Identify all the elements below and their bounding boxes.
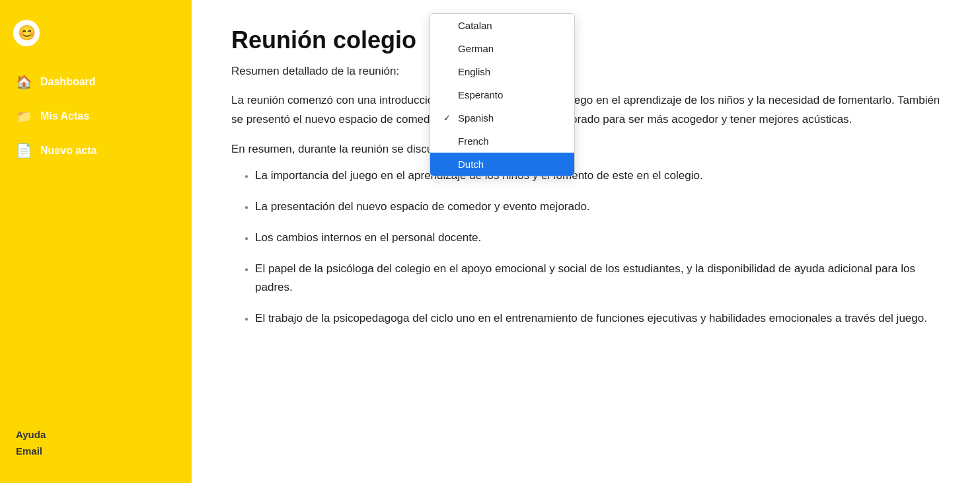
dashboard-icon: 🏠 — [16, 74, 32, 90]
bullet-icon: ● — [245, 314, 248, 324]
check-spanish: ✓ — [443, 113, 454, 123]
sidebar-item-mis-actas-label: Mis Actas — [40, 110, 89, 122]
document-icon: 📄 — [16, 143, 32, 159]
dropdown-item-catalan[interactable]: Catalan — [430, 14, 574, 37]
main-content: Catalan German English Esperanto ✓ Spani… — [192, 0, 980, 483]
sidebar-item-ayuda[interactable]: Ayuda — [16, 429, 176, 440]
dropdown-label-spanish: Spanish — [458, 112, 494, 124]
sidebar-item-email[interactable]: Email — [16, 445, 176, 457]
dropdown-item-german[interactable]: German — [430, 37, 574, 60]
list-item: ● El papel de la psicóloga del colegio e… — [245, 260, 940, 295]
list-item-text-4: El trabajo de la psicopedagoga del ciclo… — [255, 309, 927, 327]
sidebar: 😊 🏠 Dashboard 📁 Mis Actas 📄 Nuevo acta A… — [0, 0, 192, 483]
sidebar-item-mis-actas[interactable]: 📁 Mis Actas — [0, 100, 192, 132]
page-list-intro: En resumen, durante la reunión se discut… — [231, 143, 940, 156]
bullet-icon: ● — [245, 202, 248, 213]
dropdown-item-english[interactable]: English — [430, 60, 574, 83]
folder-icon: 📁 — [16, 108, 32, 124]
dropdown-label-english: English — [458, 66, 490, 77]
dropdown-label-french: French — [458, 135, 489, 147]
dropdown-label-german: German — [458, 43, 494, 54]
sidebar-item-dashboard[interactable]: 🏠 Dashboard — [0, 66, 192, 98]
list-item: ● El trabajo de la psicopedagoga del cic… — [245, 309, 940, 327]
dropdown-item-esperanto[interactable]: Esperanto — [430, 83, 574, 106]
dropdown-label-catalan: Catalan — [458, 20, 492, 31]
language-dropdown[interactable]: Catalan German English Esperanto ✓ Spani… — [430, 13, 575, 176]
dropdown-label-dutch: Dutch — [458, 159, 484, 170]
list-item-text-1: La presentación del nuevo espacio de com… — [255, 198, 590, 215]
logo-icon: 😊 — [18, 24, 36, 42]
page-title: Reunión colegio — [231, 26, 940, 54]
sidebar-nav: 🏠 Dashboard 📁 Mis Actas 📄 Nuevo acta — [0, 66, 192, 429]
dropdown-item-french[interactable]: French — [430, 130, 574, 153]
bullet-icon: ● — [245, 233, 248, 244]
list-item: ● La importancia del juego en el aprendi… — [245, 167, 940, 184]
list-item-text-2: Los cambios internos en el personal doce… — [255, 229, 481, 246]
page-list: ● La importancia del juego en el aprendi… — [245, 167, 940, 327]
sidebar-item-dashboard-label: Dashboard — [40, 76, 96, 88]
bullet-icon: ● — [245, 264, 248, 275]
sidebar-bottom: Ayuda Email — [0, 429, 192, 470]
sidebar-item-nuevo-acta[interactable]: 📄 Nuevo acta — [0, 135, 192, 167]
language-dropdown-container: Catalan German English Esperanto ✓ Spani… — [430, 13, 575, 176]
page-subtitle: Resumen detallado de la reunión: — [231, 65, 940, 78]
page-body: La reunión comenzó con una introducción … — [231, 91, 940, 130]
bullet-icon: ● — [245, 171, 248, 182]
list-item-text-3: El papel de la psicóloga del colegio en … — [255, 260, 940, 295]
sidebar-item-nuevo-acta-label: Nuevo acta — [40, 145, 96, 157]
dropdown-item-spanish[interactable]: ✓ Spanish — [430, 106, 574, 130]
list-item: ● Los cambios internos en el personal do… — [245, 229, 940, 246]
list-item: ● La presentación del nuevo espacio de c… — [245, 198, 940, 215]
dropdown-item-dutch[interactable]: Dutch — [430, 153, 574, 176]
dropdown-label-esperanto: Esperanto — [458, 89, 503, 100]
logo: 😊 — [13, 20, 40, 46]
